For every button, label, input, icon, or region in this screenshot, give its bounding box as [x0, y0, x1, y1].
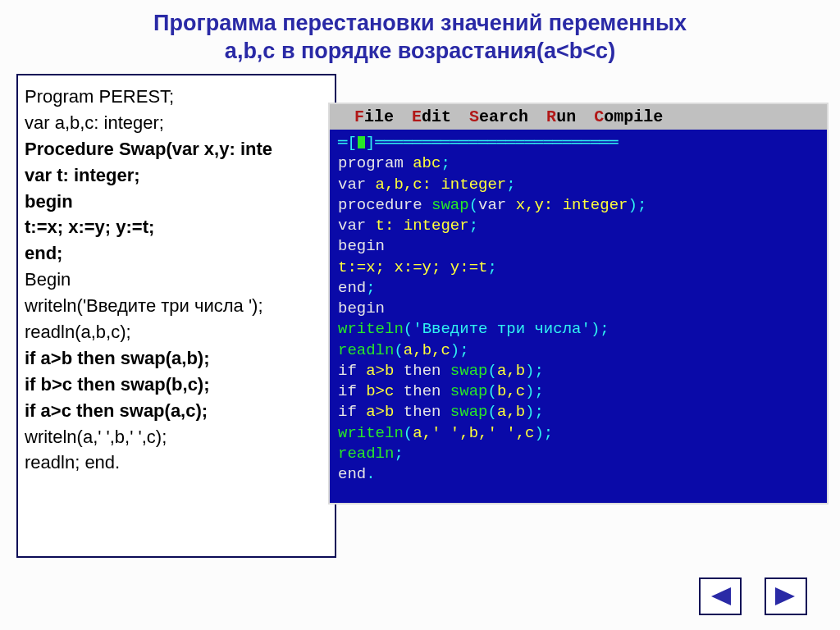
code-line: if a>c then swap(a,c);	[25, 398, 328, 424]
menu-search[interactable]: Search	[469, 107, 528, 126]
ide-line: readln(a,b,c);	[338, 340, 819, 361]
menu-compile[interactable]: Compile	[594, 107, 663, 126]
ide-line: var a,b,c: integer;	[338, 175, 819, 195]
code-line: Begin	[25, 267, 328, 293]
code-line: var t: integer;	[25, 162, 328, 189]
code-line: Program PEREST;	[25, 84, 328, 110]
ide-line: begin	[338, 299, 819, 319]
svg-marker-0	[711, 587, 731, 605]
ide-menubar: File Edit Search Run Compile	[330, 104, 827, 130]
code-line: Procedure Swap(var x,y: inte	[25, 136, 328, 162]
content-area: Program PEREST; var a,b,c: integer; Proc…	[16, 74, 824, 573]
ide-window: File Edit Search Run Compile ═[]════════…	[328, 103, 829, 504]
ide-frame-indicator: ═[]══════════════════════════	[338, 133, 819, 153]
ide-line: end;	[338, 278, 819, 299]
menu-run[interactable]: Run	[546, 107, 576, 126]
source-code-box: Program PEREST; var a,b,c: integer; Proc…	[16, 74, 336, 558]
ide-line: t:=x; x:=y; y:=t;	[338, 258, 819, 278]
ide-line: begin	[338, 236, 819, 257]
ide-line: program abc;	[338, 153, 819, 174]
code-line: if a>b then swap(a,b);	[25, 345, 328, 372]
ide-line: end.	[338, 464, 819, 485]
code-line: readln; end.	[25, 450, 328, 476]
triangle-left-icon	[708, 586, 733, 607]
title-line2: a,b,c в порядке возрастания(a<b<c)	[33, 38, 807, 66]
code-line: writeln('Введите три числа ');	[25, 293, 328, 319]
code-line: if b>c then swap(b,c);	[25, 372, 328, 398]
code-line: var a,b,c: integer;	[25, 110, 328, 136]
prev-slide-button[interactable]	[699, 578, 742, 615]
code-line: t:=x; x:=y; y:=t;	[25, 214, 328, 240]
slide-title: Программа перестановки значений переменн…	[0, 0, 840, 71]
ide-editor[interactable]: ═[]══════════════════════════ program ab…	[330, 130, 827, 489]
ide-line: writeln(a,' ',b,' ',c);	[338, 423, 819, 444]
ide-line: if a>b then swap(a,b);	[338, 361, 819, 381]
ide-line: procedure swap(var x,y: integer);	[338, 195, 819, 216]
svg-marker-1	[775, 587, 795, 605]
ide-line: readln;	[338, 444, 819, 464]
next-slide-button[interactable]	[765, 578, 807, 615]
ide-line: if a>b then swap(a,b);	[338, 402, 819, 422]
code-line: begin	[25, 189, 328, 215]
slide-nav	[699, 578, 807, 615]
code-line: writeln(a,' ',b,' ',c);	[25, 424, 328, 450]
triangle-right-icon	[774, 586, 798, 607]
menu-file[interactable]: File	[335, 107, 394, 126]
cursor-icon	[358, 136, 365, 148]
title-line1: Программа перестановки значений переменн…	[33, 10, 807, 38]
ide-line: if b>c then swap(b,c);	[338, 381, 819, 402]
ide-line: writeln('Введите три числа');	[338, 319, 819, 340]
code-line: end;	[25, 240, 328, 267]
ide-line: var t: integer;	[338, 216, 819, 236]
code-line: readln(a,b,c);	[25, 319, 328, 345]
menu-edit[interactable]: Edit	[412, 107, 451, 126]
